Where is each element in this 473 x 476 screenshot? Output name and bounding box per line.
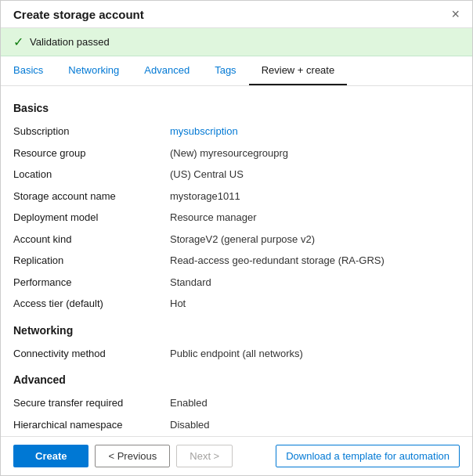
label-performance: Performance	[13, 275, 170, 290]
value-resource-group: (New) myresourcegrouprg	[170, 146, 288, 161]
field-access-tier: Access tier (default) Hot	[13, 293, 460, 315]
tab-networking[interactable]: Networking	[56, 56, 132, 85]
field-secure-transfer: Secure transfer required Enabled	[13, 392, 460, 414]
label-subscription: Subscription	[13, 124, 170, 139]
section-title-basics: Basics	[13, 102, 460, 114]
label-connectivity-method: Connectivity method	[13, 346, 170, 362]
value-storage-account-name: mystorage1011	[170, 189, 240, 204]
field-deployment-model: Deployment model Resource manager	[13, 207, 460, 229]
title-bar: Create storage account ×	[1, 1, 472, 28]
label-account-kind: Account kind	[13, 232, 170, 247]
main-window: Create storage account × ✓ Validation pa…	[0, 0, 473, 476]
next-button[interactable]: Next >	[176, 445, 233, 467]
value-connectivity-method: Public endpoint (all networks)	[170, 346, 303, 362]
field-subscription: Subscription mysubscription	[13, 121, 460, 142]
field-performance: Performance Standard	[13, 272, 460, 294]
field-account-kind: Account kind StorageV2 (general purpose …	[13, 229, 460, 251]
previous-button[interactable]: < Previous	[95, 445, 170, 467]
close-icon[interactable]: ×	[451, 7, 460, 21]
label-storage-account-name: Storage account name	[13, 189, 170, 204]
tabs-bar: Basics Networking Advanced Tags Review +…	[1, 56, 472, 86]
tab-tags[interactable]: Tags	[202, 56, 248, 85]
label-location: Location	[13, 167, 170, 182]
value-performance: Standard	[170, 275, 211, 290]
download-template-button[interactable]: Download a template for automation	[276, 445, 460, 467]
value-hierarchical-namespace: Disabled	[170, 417, 210, 433]
field-resource-group: Resource group (New) myresourcegrouprg	[13, 142, 460, 164]
field-location: Location (US) Central US	[13, 164, 460, 186]
field-storage-account-name: Storage account name mystorage1011	[13, 186, 460, 207]
value-account-kind: StorageV2 (general purpose v2)	[170, 232, 315, 247]
validation-text: Validation passed	[30, 36, 110, 48]
footer: Create < Previous Next > Download a temp…	[1, 436, 472, 475]
tab-basics[interactable]: Basics	[13, 56, 56, 85]
label-resource-group: Resource group	[13, 146, 170, 161]
value-secure-transfer: Enabled	[170, 395, 208, 411]
field-hierarchical-namespace: Hierarchical namespace Disabled	[13, 414, 460, 436]
value-access-tier: Hot	[170, 296, 186, 312]
tab-review-create[interactable]: Review + create	[249, 56, 348, 85]
field-replication: Replication Read-access geo-redundant st…	[13, 250, 460, 272]
content-area: Basics Subscription mysubscription Resou…	[1, 86, 472, 436]
value-deployment-model: Resource manager	[170, 210, 257, 225]
validation-banner: ✓ Validation passed	[1, 28, 472, 56]
field-connectivity-method: Connectivity method Public endpoint (all…	[13, 343, 460, 365]
page-title: Create storage account	[13, 8, 144, 21]
value-replication: Read-access geo-redundant storage (RA-GR…	[170, 253, 385, 269]
tab-advanced[interactable]: Advanced	[132, 56, 202, 85]
label-access-tier: Access tier (default)	[13, 296, 170, 312]
create-button[interactable]: Create	[13, 445, 88, 467]
label-secure-transfer: Secure transfer required	[13, 395, 170, 411]
value-subscription[interactable]: mysubscription	[170, 124, 238, 139]
check-icon: ✓	[13, 34, 23, 49]
label-hierarchical-namespace: Hierarchical namespace	[13, 417, 170, 433]
label-replication: Replication	[13, 253, 170, 269]
section-title-networking: Networking	[13, 324, 460, 337]
section-title-advanced: Advanced	[13, 373, 460, 386]
value-location: (US) Central US	[170, 167, 244, 182]
label-deployment-model: Deployment model	[13, 210, 170, 225]
